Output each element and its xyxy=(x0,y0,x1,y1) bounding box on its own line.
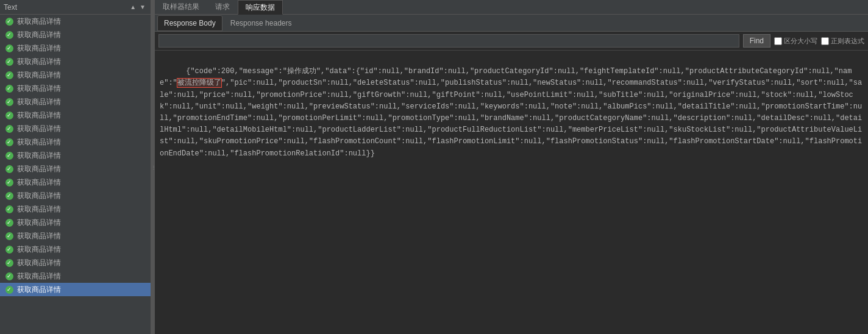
search-input[interactable] xyxy=(158,34,739,48)
left-panel: Text ▲ ▼ ✓获取商品详情✓获取商品详情✓获取商品详情✓获取商品详情✓获取… xyxy=(0,0,151,334)
check-icon: ✓ xyxy=(5,30,13,39)
list-item[interactable]: ✓获取商品详情 xyxy=(0,216,151,229)
case-sensitive-label: 区分大小写 xyxy=(774,37,817,46)
list-item[interactable]: ✓获取商品详情 xyxy=(0,135,151,149)
list-item-label: 获取商品详情 xyxy=(17,110,61,121)
sub-tabs-bar: Response BodyResponse headers xyxy=(155,15,868,32)
check-icon: ✓ xyxy=(5,245,13,254)
check-icon: ✓ xyxy=(5,138,13,146)
list-item-label: 获取商品详情 xyxy=(17,271,61,282)
list-item-label: 获取商品详情 xyxy=(17,204,61,215)
list-item-label: 获取商品详情 xyxy=(17,137,61,147)
check-icon: ✓ xyxy=(5,218,13,227)
list-item[interactable]: ✓获取商品详情 xyxy=(0,82,151,95)
check-icon: ✓ xyxy=(5,178,13,187)
list-item-label: 获取商品详情 xyxy=(17,177,61,188)
list-item[interactable]: ✓获取商品详情 xyxy=(0,28,151,41)
list-item-label: 获取商品详情 xyxy=(17,70,61,80)
list-item-label: 获取商品详情 xyxy=(17,244,61,255)
list-item[interactable]: ✓获取商品详情 xyxy=(0,95,151,108)
list-item[interactable]: ✓获取商品详情 xyxy=(0,189,151,202)
list-item[interactable]: ✓获取商品详情 xyxy=(0,176,151,189)
case-sensitive-text: 区分大小写 xyxy=(784,37,817,46)
check-icon: ✓ xyxy=(5,232,13,240)
list-item[interactable]: ✓获取商品详情 xyxy=(0,41,151,55)
list-item-label: 获取商品详情 xyxy=(17,164,61,174)
list-item-label: 获取商品详情 xyxy=(17,57,61,67)
check-icon: ✓ xyxy=(5,124,13,133)
regex-text: 正则表达式 xyxy=(831,37,864,46)
response-body-content: {"code":200,"message":"操作成功","data":{"id… xyxy=(155,51,868,334)
top-tab-2[interactable]: 响应数据 xyxy=(238,0,283,15)
response-area: Response BodyResponse headers Find 区分大小写… xyxy=(155,15,868,334)
list-item-label: 获取商品详情 xyxy=(17,97,61,107)
list-item-label: 获取商品详情 xyxy=(17,151,61,161)
list-item[interactable]: ✓获取商品详情 xyxy=(0,15,151,28)
check-icon: ✓ xyxy=(5,165,13,173)
case-sensitive-checkbox[interactable] xyxy=(774,37,782,45)
list-item-label: 获取商品详情 xyxy=(17,285,61,295)
left-panel-title: Text xyxy=(4,3,129,12)
left-panel-header: Text ▲ ▼ xyxy=(0,0,151,15)
check-icon: ✓ xyxy=(5,151,13,160)
list-item-label: 获取商品详情 xyxy=(17,231,61,241)
highlighted-text: 被流控降级了 xyxy=(177,79,221,87)
list-item[interactable]: ✓获取商品详情 xyxy=(0,108,151,122)
check-icon: ✓ xyxy=(5,258,13,267)
find-button[interactable]: Find xyxy=(743,34,770,48)
left-list: ✓获取商品详情✓获取商品详情✓获取商品详情✓获取商品详情✓获取商品详情✓获取商品… xyxy=(0,15,151,334)
list-item[interactable]: ✓获取商品详情 xyxy=(0,202,151,216)
header-arrows: ▲ ▼ xyxy=(129,4,147,10)
check-icon: ✓ xyxy=(5,71,13,79)
list-item[interactable]: ✓获取商品详情 xyxy=(0,149,151,162)
list-item[interactable]: ✓获取商品详情 xyxy=(0,229,151,243)
list-item-label: 获取商品详情 xyxy=(17,43,61,54)
list-item[interactable]: ✓获取商品详情 xyxy=(0,122,151,135)
check-icon: ✓ xyxy=(5,285,13,294)
regex-checkbox[interactable] xyxy=(821,37,829,45)
check-icon: ✓ xyxy=(5,272,13,280)
list-item[interactable]: ✓获取商品详情 xyxy=(0,243,151,256)
right-panel: 取样器结果请求响应数据 Response BodyResponse header… xyxy=(155,0,868,334)
list-item-label: 获取商品详情 xyxy=(17,124,61,134)
top-tabs-bar: 取样器结果请求响应数据 xyxy=(155,0,868,15)
list-item-label: 获取商品详情 xyxy=(17,218,61,228)
list-item[interactable]: ✓获取商品详情 xyxy=(0,283,151,296)
regex-label: 正则表达式 xyxy=(821,37,864,46)
list-item-label: 获取商品详情 xyxy=(17,258,61,268)
check-icon: ✓ xyxy=(5,191,13,200)
list-item-label: 获取商品详情 xyxy=(17,16,61,27)
check-icon: ✓ xyxy=(5,57,13,66)
top-tab-0[interactable]: 取样器结果 xyxy=(155,0,207,14)
list-item[interactable]: ✓获取商品详情 xyxy=(0,269,151,283)
top-tab-1[interactable]: 请求 xyxy=(207,0,238,14)
sub-tab-0[interactable]: Response Body xyxy=(157,15,222,31)
arrow-up-button[interactable]: ▲ xyxy=(129,4,137,10)
list-item-label: 获取商品详情 xyxy=(17,30,61,40)
sub-tab-1[interactable]: Response headers xyxy=(224,15,299,31)
list-item-label: 获取商品详情 xyxy=(17,191,61,201)
search-row: Find 区分大小写 正则表达式 xyxy=(155,32,868,51)
check-icon: ✓ xyxy=(5,205,13,213)
list-item[interactable]: ✓获取商品详情 xyxy=(0,68,151,82)
list-item[interactable]: ✓获取商品详情 xyxy=(0,162,151,176)
check-icon: ✓ xyxy=(5,44,13,52)
list-item[interactable]: ✓获取商品详情 xyxy=(0,256,151,269)
check-icon: ✓ xyxy=(5,84,13,93)
list-item-label: 获取商品详情 xyxy=(17,84,61,94)
check-icon: ✓ xyxy=(5,98,13,106)
check-icon: ✓ xyxy=(5,111,13,119)
arrow-down-button[interactable]: ▼ xyxy=(138,4,147,10)
check-icon: ✓ xyxy=(5,17,13,26)
list-item[interactable]: ✓获取商品详情 xyxy=(0,55,151,68)
main-container: Text ▲ ▼ ✓获取商品详情✓获取商品详情✓获取商品详情✓获取商品详情✓获取… xyxy=(0,0,868,334)
